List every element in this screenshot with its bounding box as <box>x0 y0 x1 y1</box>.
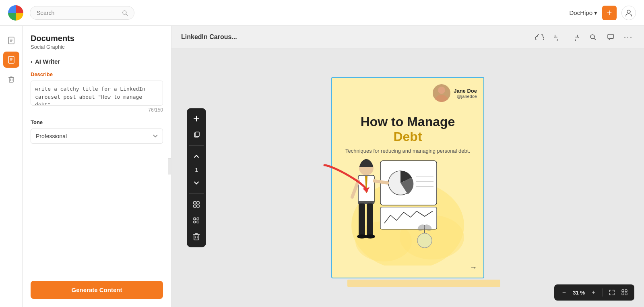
zoom-fit-button[interactable] <box>606 287 617 298</box>
delete-page-button[interactable] <box>189 230 204 244</box>
svg-rect-64 <box>625 290 627 292</box>
describe-textarea[interactable]: write a catchy title for a LinkedIn caro… <box>31 81 163 106</box>
sidebar-social-graphic: Social Graphic <box>31 44 163 50</box>
copy-icon <box>193 131 200 139</box>
sidebar: Documents Social Graphic ‹ AI Writer Des… <box>23 26 171 307</box>
card-illustration <box>336 149 479 266</box>
svg-point-36 <box>434 95 449 102</box>
back-arrow-icon: ‹ <box>31 58 33 65</box>
tone-label: Tone <box>31 119 163 125</box>
zoom-level: 31 % <box>571 290 586 296</box>
expand-icon <box>609 289 615 296</box>
canvas-search-button[interactable] <box>587 31 599 43</box>
svg-rect-24 <box>197 202 199 204</box>
grid-icon <box>621 289 628 296</box>
char-count: 76/150 <box>31 107 163 113</box>
sidebar-item-edit[interactable] <box>3 52 19 68</box>
vertical-toolbar: 1 <box>187 108 206 247</box>
page-up-button[interactable] <box>189 149 204 164</box>
chevron-up-icon <box>194 154 199 158</box>
card-heading-line1: How to Manage <box>342 114 474 129</box>
comment-button[interactable] <box>605 31 617 43</box>
canvas-header-toolbar: ··· <box>534 31 634 43</box>
profile-picture <box>433 84 450 102</box>
describe-label: Describe <box>31 71 163 77</box>
svg-rect-66 <box>625 293 627 295</box>
brand-label[interactable]: DocHipo ▾ <box>569 9 597 17</box>
grid-view-button[interactable] <box>189 197 204 212</box>
svg-rect-52 <box>359 203 365 236</box>
next-slide-strip <box>347 280 500 287</box>
dots-view-button[interactable] <box>189 214 204 228</box>
zoom-in-button[interactable]: + <box>588 287 599 298</box>
zoom-out-button[interactable]: − <box>558 287 570 298</box>
svg-rect-31 <box>194 235 199 240</box>
generate-content-button[interactable]: Generate Content <box>31 281 163 299</box>
profile-handle: @janedoe <box>454 94 477 99</box>
search-icon <box>589 33 597 41</box>
user-icon <box>625 9 632 17</box>
cloud-icon <box>535 34 544 40</box>
dots-grid-icon <box>193 217 200 224</box>
svg-rect-28 <box>197 218 199 220</box>
plus-icon <box>193 115 200 122</box>
card-next-arrow: → <box>470 263 477 272</box>
canvas-title: LinkedIn Carous... <box>181 33 237 41</box>
trash-icon <box>193 233 200 241</box>
svg-rect-25 <box>194 205 196 207</box>
topbar-right: DocHipo ▾ + <box>569 6 636 20</box>
sidebar-collapse-handle[interactable]: ‹ <box>168 158 171 174</box>
graphic-card[interactable]: Jane Doe @janedoe How to Manage Debt Tec… <box>331 77 484 278</box>
redo-button[interactable] <box>569 31 581 43</box>
sidebar-documents-title: Documents <box>31 34 163 43</box>
ai-writer-label: AI Writer <box>35 58 60 65</box>
sidebar-item-document[interactable] <box>3 32 19 48</box>
svg-rect-63 <box>622 290 624 292</box>
new-document-button[interactable]: + <box>602 6 617 20</box>
svg-point-55 <box>365 234 375 239</box>
redo-icon <box>572 33 579 41</box>
page-number: 1 <box>189 165 204 174</box>
svg-rect-29 <box>194 221 196 223</box>
profile-name: Jane Doe <box>454 88 477 94</box>
svg-rect-23 <box>194 202 196 204</box>
main-layout: Documents Social Graphic ‹ AI Writer Des… <box>0 26 644 307</box>
svg-rect-18 <box>608 34 613 39</box>
ai-writer-back[interactable]: ‹ AI Writer <box>31 58 163 65</box>
edit-icon <box>7 56 15 64</box>
add-element-button[interactable] <box>189 112 204 126</box>
svg-point-54 <box>357 234 367 239</box>
page-down-button[interactable] <box>189 176 204 191</box>
canvas-workspace: 1 <box>171 48 644 307</box>
svg-point-2 <box>627 10 630 13</box>
search-icon <box>122 10 128 16</box>
grid-toggle-button[interactable] <box>619 287 630 298</box>
svg-rect-30 <box>197 221 199 223</box>
svg-line-17 <box>594 38 596 40</box>
copy-element-button[interactable] <box>189 128 204 142</box>
svg-rect-27 <box>194 218 196 220</box>
undo-button[interactable] <box>551 31 564 43</box>
undo-icon <box>554 33 561 41</box>
search-box[interactable] <box>30 6 134 20</box>
svg-point-58 <box>417 233 432 248</box>
icon-bar <box>0 26 23 307</box>
cloud-save-button[interactable] <box>534 31 546 43</box>
grid-icon <box>193 201 200 208</box>
tone-select[interactable]: Professional Casual Formal Humorous Insp… <box>31 129 163 144</box>
comment-icon <box>607 33 614 41</box>
more-options-button[interactable]: ··· <box>622 31 634 43</box>
svg-rect-65 <box>622 293 624 295</box>
svg-rect-26 <box>197 205 199 207</box>
user-profile-button[interactable] <box>621 6 636 20</box>
svg-line-56 <box>374 181 388 183</box>
svg-rect-22 <box>195 132 199 137</box>
trash-icon <box>7 75 15 83</box>
profile-info: Jane Doe @janedoe <box>454 88 477 99</box>
canvas-header: LinkedIn Carous... <box>171 26 644 48</box>
zoom-bar: − 31 % + <box>554 284 634 301</box>
sidebar-item-trash[interactable] <box>3 71 19 87</box>
search-input[interactable] <box>37 10 119 16</box>
svg-line-1 <box>126 14 127 15</box>
svg-line-57 <box>352 181 358 197</box>
